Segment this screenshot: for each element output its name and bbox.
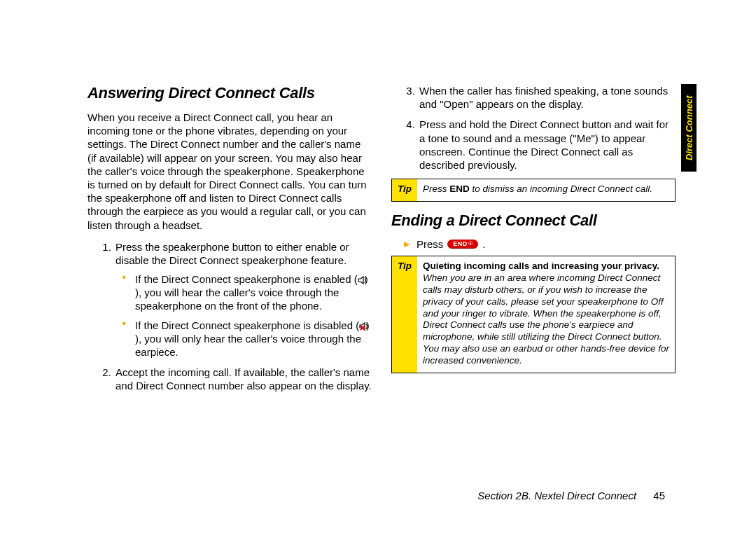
tip2-lead: Quieting incoming calls and increasing y…	[423, 261, 659, 271]
press-end-line: ▶ Press END☉.	[404, 238, 676, 250]
sub-enabled-pre: If the Direct Connect speakerphone is en…	[135, 273, 358, 285]
tip-body-1: Press END to dismiss an incoming Direct …	[417, 179, 658, 201]
step-1: Press the speakerphone button to either …	[114, 240, 372, 359]
heading-ending: Ending a Direct Connect Call	[391, 212, 676, 230]
section-side-tab: Direct Connect	[681, 84, 696, 172]
end-key-icon: END☉	[447, 240, 478, 249]
sub-disabled-post: ), you will only hear the caller's voice…	[135, 333, 361, 358]
triangle-bullet-icon: ▶	[404, 240, 410, 249]
tip-box-dismiss: Tip Press END to dismiss an incoming Dir…	[391, 179, 676, 202]
tip1-bold: END	[449, 184, 470, 194]
two-column-layout: Answering Direct Connect Calls When you …	[88, 84, 676, 400]
tip-box-privacy: Tip Quieting incoming calls and increasi…	[391, 256, 676, 373]
svg-marker-0	[358, 277, 363, 284]
manual-page: Direct Connect Answering Direct Connect …	[0, 0, 756, 540]
period: .	[482, 238, 485, 250]
right-column: When the caller has finished speaking, a…	[391, 84, 676, 400]
sub-enabled: If the Direct Connect speakerphone is en…	[128, 272, 372, 313]
step-4: Press and hold the Direct Connect button…	[418, 118, 676, 172]
footer-page-number: 45	[653, 490, 665, 501]
page-footer: Section 2B. Nextel Direct Connect 45	[477, 490, 665, 501]
tip-body-2: Quieting incoming calls and increasing y…	[417, 256, 675, 373]
steps-list-left: Press the speakerphone button to either …	[88, 240, 372, 393]
sub-disabled-pre: If the Direct Connect speakerphone is di…	[135, 319, 359, 331]
step-2: Accept the incoming call. If available, …	[114, 366, 372, 392]
intro-paragraph: When you receive a Direct Connect call, …	[88, 111, 372, 232]
speaker-enabled-icon	[358, 275, 369, 285]
speaker-disabled-icon	[359, 321, 370, 331]
sub-enabled-post: ), you will hear the caller's voice thro…	[135, 286, 339, 312]
tip1-post: to dismiss an incoming Direct Connect ca…	[470, 184, 652, 194]
heading-answering: Answering Direct Connect Calls	[88, 84, 372, 102]
press-word: Press	[416, 238, 443, 250]
left-column: Answering Direct Connect Calls When you …	[88, 84, 372, 400]
tip-label-2: Tip	[392, 256, 417, 373]
tip2-body-text: When you are in an area where incoming D…	[423, 272, 669, 366]
tip1-pre: Press	[423, 184, 449, 194]
steps-list-right: When the caller has finished speaking, a…	[391, 84, 676, 172]
footer-section: Section 2B. Nextel Direct Connect	[477, 490, 636, 501]
tip-label-1: Tip	[392, 179, 417, 201]
step-1-sublist: If the Direct Connect speakerphone is en…	[115, 272, 372, 359]
sub-disabled: If the Direct Connect speakerphone is di…	[128, 319, 372, 359]
end-key-label: END	[453, 240, 468, 247]
step-1-text: Press the speakerphone button to either …	[115, 241, 349, 266]
step-3: When the caller has finished speaking, a…	[418, 84, 676, 111]
